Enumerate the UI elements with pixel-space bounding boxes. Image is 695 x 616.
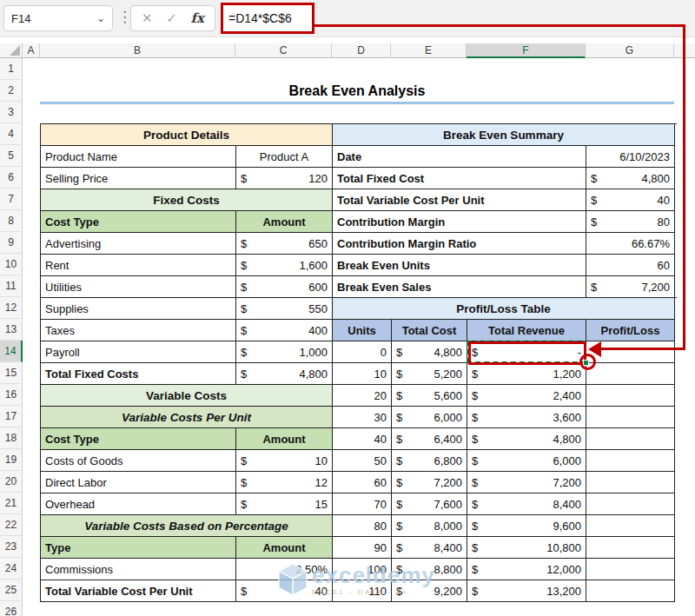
row-header[interactable]: 13 <box>0 319 23 341</box>
column-header[interactable]: D <box>332 43 391 58</box>
column-label-cell[interactable]: Units <box>333 320 392 341</box>
total-revenue-cell[interactable]: $13,200 <box>467 580 586 602</box>
row-header[interactable]: 4 <box>0 123 23 145</box>
cell-value[interactable]: 60 <box>586 255 675 276</box>
total-cost-cell[interactable]: $9,200 <box>392 580 467 602</box>
subsection-header-cell[interactable]: Variable Costs Based on Percentage <box>41 515 333 537</box>
sheet-title[interactable]: Break Even Analysis <box>40 80 674 104</box>
cell-label[interactable]: Date <box>333 146 586 168</box>
row-header[interactable]: 26 <box>0 601 23 616</box>
units-cell[interactable]: 100 <box>333 559 392 580</box>
profit-loss-cell[interactable] <box>586 537 675 559</box>
cell-value[interactable]: $10 <box>236 450 333 472</box>
cell-label[interactable]: Overhead <box>41 493 236 515</box>
row-header[interactable]: 23 <box>0 536 23 558</box>
profit-loss-cell[interactable] <box>586 493 675 515</box>
row-header[interactable]: 14 <box>0 341 23 362</box>
column-label-cell[interactable]: Type <box>41 537 236 559</box>
profit-loss-cell[interactable] <box>586 385 675 407</box>
total-revenue-cell[interactable]: $8,400 <box>467 493 586 515</box>
row-header[interactable]: 18 <box>0 427 23 449</box>
column-label-cell[interactable]: Total Cost <box>392 320 467 341</box>
total-label-cell[interactable]: Total Variable Cost Per Unit <box>41 580 236 602</box>
name-box[interactable]: F14 ⌄ <box>3 5 113 31</box>
profit-loss-cell[interactable] <box>586 450 675 472</box>
row-header[interactable]: 9 <box>0 232 23 254</box>
cancel-icon[interactable]: ✕ <box>142 10 153 26</box>
cell-value[interactable]: 66.67% <box>586 233 675 255</box>
total-value-cell[interactable]: $40 <box>236 580 333 602</box>
section-header-cell[interactable]: Profit/Loss Table <box>333 298 675 320</box>
cell-value[interactable]: $1,600 <box>236 255 333 276</box>
row-header[interactable]: 5 <box>0 145 23 167</box>
units-cell[interactable]: 40 <box>333 428 392 450</box>
cell-value[interactable]: $80 <box>586 211 675 233</box>
column-label-cell[interactable]: Amount <box>236 428 333 450</box>
total-cost-cell[interactable]: $7,600 <box>392 493 467 515</box>
row-header[interactable]: 24 <box>0 558 23 580</box>
row-header[interactable]: 22 <box>0 514 23 536</box>
row-header[interactable]: 17 <box>0 406 23 427</box>
units-cell[interactable]: 20 <box>333 385 392 407</box>
cell-label[interactable]: Contribution Margin Ratio <box>333 233 586 255</box>
cell-label[interactable]: Total Fixed Cost <box>333 168 586 189</box>
enter-icon[interactable]: ✓ <box>166 10 177 26</box>
cell-label[interactable]: Product Name <box>41 146 236 168</box>
units-cell[interactable]: 30 <box>333 407 392 428</box>
section-header-cell[interactable]: Product Details <box>41 124 333 146</box>
cell-value[interactable]: $550 <box>236 298 333 320</box>
row-header[interactable]: 20 <box>0 471 23 493</box>
total-cost-cell[interactable]: $4,800 <box>392 341 467 363</box>
select-all-corner[interactable] <box>0 43 23 58</box>
cell-label[interactable]: Supplies <box>41 298 236 320</box>
total-cost-cell[interactable]: $8,400 <box>392 537 467 559</box>
column-header[interactable]: B <box>40 43 235 58</box>
profit-loss-cell[interactable] <box>586 559 675 580</box>
total-revenue-cell[interactable]: $7,200 <box>467 472 586 493</box>
cell-value[interactable]: Product A <box>236 146 333 168</box>
column-header[interactable]: E <box>391 43 467 58</box>
cell-value[interactable]: $7,200 <box>586 276 675 298</box>
formula-input[interactable]: =D14*$C$6 <box>221 3 314 34</box>
cell-value[interactable]: 6/10/2023 <box>586 146 675 168</box>
cell-label[interactable]: Payroll <box>41 341 236 363</box>
units-cell[interactable]: 10 <box>333 363 392 385</box>
profit-loss-cell[interactable] <box>586 407 675 428</box>
total-revenue-cell[interactable]: $4,800 <box>467 428 586 450</box>
cell-label[interactable]: Costs of Goods <box>41 450 236 472</box>
cell-label[interactable]: Utilities <box>41 276 236 298</box>
cell-label[interactable]: Rent <box>41 255 236 276</box>
cell-label[interactable]: Selling Price <box>41 168 236 189</box>
row-header[interactable]: 8 <box>0 210 23 232</box>
units-cell[interactable]: 60 <box>333 472 392 493</box>
units-cell[interactable]: 70 <box>333 493 392 515</box>
subsection-header-cell[interactable]: Variable Costs Per Unit <box>41 407 333 428</box>
cell-value[interactable]: $400 <box>236 320 333 341</box>
profit-loss-cell[interactable] <box>586 580 675 602</box>
row-header[interactable]: 1 <box>0 58 23 80</box>
column-header[interactable]: C <box>235 43 332 58</box>
row-header[interactable]: 3 <box>0 102 23 123</box>
total-cost-cell[interactable]: $6,400 <box>392 428 467 450</box>
column-header[interactable]: F <box>467 43 586 58</box>
total-cost-cell[interactable]: $6,000 <box>392 407 467 428</box>
column-header[interactable]: G <box>586 43 674 58</box>
cell-label[interactable]: Contribution Margin <box>333 211 586 233</box>
insert-function-icon[interactable]: fx <box>191 10 204 26</box>
section-header-cell[interactable]: Variable Costs <box>41 385 333 407</box>
row-header[interactable]: 19 <box>0 449 23 471</box>
column-label-cell[interactable]: Profit/Loss <box>586 320 675 341</box>
cell-value[interactable]: $1,000 <box>236 341 333 363</box>
units-cell[interactable]: 110 <box>333 580 392 602</box>
total-revenue-cell[interactable]: $12,000 <box>467 559 586 580</box>
cell-value[interactable]: $600 <box>236 276 333 298</box>
cell-label[interactable]: Break Even Sales <box>333 276 586 298</box>
total-revenue-cell[interactable]: $9,600 <box>467 515 586 537</box>
row-header[interactable]: 11 <box>0 275 23 297</box>
cell-value[interactable]: $40 <box>586 189 675 211</box>
profit-loss-cell[interactable] <box>586 428 675 450</box>
column-header[interactable]: A <box>23 43 40 58</box>
profit-loss-cell[interactable] <box>586 363 675 385</box>
units-cell[interactable]: 80 <box>333 515 392 537</box>
total-cost-cell[interactable]: $7,200 <box>392 472 467 493</box>
